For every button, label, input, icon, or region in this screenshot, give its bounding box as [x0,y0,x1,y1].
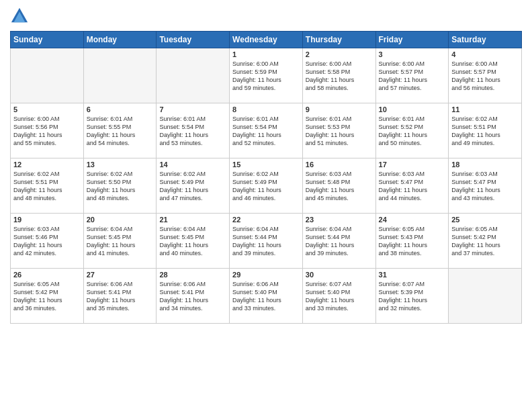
cell-content: Sunrise: 6:01 AM Sunset: 5:55 PM Dayligh… [87,115,154,148]
day-number: 26 [13,271,81,279]
cell-content: Sunrise: 6:05 AM Sunset: 5:42 PM Dayligh… [13,280,81,313]
day-number: 18 [451,161,519,169]
day-number: 4 [451,50,519,58]
cell-content: Sunrise: 6:00 AM Sunset: 5:57 PM Dayligh… [451,60,519,93]
cell-content: Sunrise: 6:00 AM Sunset: 5:57 PM Dayligh… [379,60,446,93]
day-number: 17 [379,161,446,169]
day-number: 8 [232,105,300,113]
day-number: 27 [87,271,154,279]
weekday-header: Tuesday [157,32,230,48]
calendar-cell: 30Sunrise: 6:07 AM Sunset: 5:40 PM Dayli… [302,269,375,324]
cell-content: Sunrise: 6:06 AM Sunset: 5:41 PM Dayligh… [159,280,226,313]
weekday-header: Monday [83,32,157,48]
cell-content: Sunrise: 6:06 AM Sunset: 5:40 PM Dayligh… [232,280,300,313]
cell-content: Sunrise: 6:01 AM Sunset: 5:54 PM Dayligh… [232,115,300,148]
day-number: 5 [13,105,81,113]
day-number: 22 [232,216,300,224]
cell-content: Sunrise: 6:01 AM Sunset: 5:54 PM Dayligh… [159,115,226,148]
weekday-header: Wednesday [230,32,303,48]
day-number: 2 [306,50,373,58]
calendar-cell: 24Sunrise: 6:05 AM Sunset: 5:43 PM Dayli… [375,214,449,269]
day-number: 20 [87,216,154,224]
calendar-week-row: 19Sunrise: 6:03 AM Sunset: 5:46 PM Dayli… [11,214,522,269]
cell-content: Sunrise: 6:05 AM Sunset: 5:43 PM Dayligh… [379,225,446,258]
calendar-cell: 17Sunrise: 6:03 AM Sunset: 5:47 PM Dayli… [375,158,449,214]
calendar-week-row: 26Sunrise: 6:05 AM Sunset: 5:42 PM Dayli… [11,269,522,324]
cell-content: Sunrise: 6:03 AM Sunset: 5:46 PM Dayligh… [13,225,81,258]
day-number: 7 [159,105,226,113]
cell-content: Sunrise: 6:02 AM Sunset: 5:49 PM Dayligh… [232,170,300,203]
day-number: 23 [306,216,373,224]
logo-icon [10,7,29,26]
calendar-cell: 4Sunrise: 6:00 AM Sunset: 5:57 PM Daylig… [449,48,522,103]
calendar-cell: 31Sunrise: 6:07 AM Sunset: 5:39 PM Dayli… [375,269,449,324]
day-number: 12 [13,161,81,169]
day-number: 1 [232,50,300,58]
calendar-cell: 13Sunrise: 6:02 AM Sunset: 5:50 PM Dayli… [83,158,157,214]
calendar-cell: 9Sunrise: 6:01 AM Sunset: 5:53 PM Daylig… [302,103,375,158]
calendar-week-row: 12Sunrise: 6:02 AM Sunset: 5:51 PM Dayli… [11,158,522,214]
cell-content: Sunrise: 6:01 AM Sunset: 5:52 PM Dayligh… [379,115,446,148]
cell-content: Sunrise: 6:04 AM Sunset: 5:45 PM Dayligh… [87,225,154,258]
cell-content: Sunrise: 6:07 AM Sunset: 5:39 PM Dayligh… [379,280,446,313]
cell-content: Sunrise: 6:02 AM Sunset: 5:51 PM Dayligh… [451,115,519,148]
logo [10,7,32,26]
day-number: 6 [87,105,154,113]
cell-content: Sunrise: 6:06 AM Sunset: 5:41 PM Dayligh… [87,280,154,313]
cell-content: Sunrise: 6:04 AM Sunset: 5:45 PM Dayligh… [159,225,226,258]
calendar-cell: 14Sunrise: 6:02 AM Sunset: 5:49 PM Dayli… [157,158,230,214]
day-number: 14 [159,161,226,169]
cell-content: Sunrise: 6:03 AM Sunset: 5:47 PM Dayligh… [451,170,519,203]
page: SundayMondayTuesdayWednesdayThursdayFrid… [0,0,532,411]
cell-content: Sunrise: 6:02 AM Sunset: 5:49 PM Dayligh… [159,170,226,203]
day-number: 29 [232,271,300,279]
day-number: 30 [306,271,373,279]
calendar-cell: 3Sunrise: 6:00 AM Sunset: 5:57 PM Daylig… [375,48,449,103]
calendar-cell: 1Sunrise: 6:00 AM Sunset: 5:59 PM Daylig… [230,48,303,103]
day-number: 9 [306,105,373,113]
day-number: 25 [451,216,519,224]
day-number: 19 [13,216,81,224]
day-number: 10 [379,105,446,113]
calendar-cell [83,48,157,103]
calendar-cell [157,48,230,103]
calendar-cell: 12Sunrise: 6:02 AM Sunset: 5:51 PM Dayli… [11,158,84,214]
calendar-cell [11,48,84,103]
calendar-cell: 25Sunrise: 6:05 AM Sunset: 5:42 PM Dayli… [449,214,522,269]
day-number: 13 [87,161,154,169]
day-number: 21 [159,216,226,224]
day-number: 16 [306,161,373,169]
calendar: SundayMondayTuesdayWednesdayThursdayFrid… [10,31,522,324]
cell-content: Sunrise: 6:00 AM Sunset: 5:58 PM Dayligh… [306,60,373,93]
calendar-cell: 22Sunrise: 6:04 AM Sunset: 5:44 PM Dayli… [230,214,303,269]
weekday-header: Sunday [11,32,84,48]
calendar-cell: 7Sunrise: 6:01 AM Sunset: 5:54 PM Daylig… [157,103,230,158]
calendar-cell: 5Sunrise: 6:00 AM Sunset: 5:56 PM Daylig… [11,103,84,158]
calendar-cell: 6Sunrise: 6:01 AM Sunset: 5:55 PM Daylig… [83,103,157,158]
calendar-cell: 28Sunrise: 6:06 AM Sunset: 5:41 PM Dayli… [157,269,230,324]
cell-content: Sunrise: 6:00 AM Sunset: 5:59 PM Dayligh… [232,60,300,93]
calendar-week-row: 5Sunrise: 6:00 AM Sunset: 5:56 PM Daylig… [11,103,522,158]
day-number: 3 [379,50,446,58]
day-number: 28 [159,271,226,279]
cell-content: Sunrise: 6:05 AM Sunset: 5:42 PM Dayligh… [451,225,519,258]
calendar-cell: 20Sunrise: 6:04 AM Sunset: 5:45 PM Dayli… [83,214,157,269]
calendar-cell [449,269,522,324]
calendar-cell: 29Sunrise: 6:06 AM Sunset: 5:40 PM Dayli… [230,269,303,324]
cell-content: Sunrise: 6:02 AM Sunset: 5:50 PM Dayligh… [87,170,154,203]
calendar-cell: 18Sunrise: 6:03 AM Sunset: 5:47 PM Dayli… [449,158,522,214]
cell-content: Sunrise: 6:07 AM Sunset: 5:40 PM Dayligh… [306,280,373,313]
calendar-cell: 2Sunrise: 6:00 AM Sunset: 5:58 PM Daylig… [302,48,375,103]
calendar-cell: 26Sunrise: 6:05 AM Sunset: 5:42 PM Dayli… [11,269,84,324]
cell-content: Sunrise: 6:01 AM Sunset: 5:53 PM Dayligh… [306,115,373,148]
weekday-header: Thursday [302,32,375,48]
cell-content: Sunrise: 6:00 AM Sunset: 5:56 PM Dayligh… [13,115,81,148]
day-number: 11 [451,105,519,113]
header [10,7,522,26]
calendar-header-row: SundayMondayTuesdayWednesdayThursdayFrid… [11,32,522,48]
day-number: 24 [379,216,446,224]
calendar-cell: 21Sunrise: 6:04 AM Sunset: 5:45 PM Dayli… [157,214,230,269]
calendar-cell: 19Sunrise: 6:03 AM Sunset: 5:46 PM Dayli… [11,214,84,269]
day-number: 31 [379,271,446,279]
calendar-cell: 11Sunrise: 6:02 AM Sunset: 5:51 PM Dayli… [449,103,522,158]
